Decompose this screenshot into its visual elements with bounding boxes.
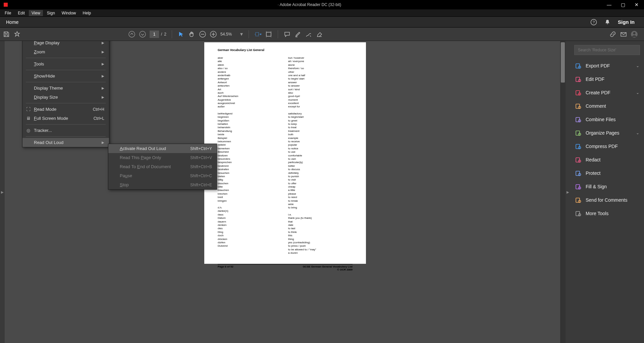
minimize-button[interactable]: — <box>607 2 611 7</box>
tool-label: Organize Pages <box>586 130 619 136</box>
menubar: FileEditViewSignWindowHelp <box>0 9 644 17</box>
account-icon[interactable] <box>631 31 638 38</box>
page-up-icon[interactable] <box>128 31 136 38</box>
view-menu-item[interactable]: ⛶Read ModeCtrl+H <box>22 105 109 114</box>
close-button[interactable]: ✕ <box>635 2 639 7</box>
tool-icon <box>575 62 582 69</box>
menu-edit[interactable]: Edit <box>15 10 28 16</box>
page-down-icon[interactable] <box>139 31 146 38</box>
tool-icon <box>575 89 582 96</box>
zoom-dropdown-icon[interactable]: ▾ <box>240 31 243 38</box>
comment-icon[interactable] <box>283 31 291 38</box>
window-title: · Adobe Acrobat Reader DC (32-bit) <box>12 2 607 7</box>
view-menu-item[interactable]: Zoom▶ <box>22 47 109 56</box>
view-menu-item[interactable]: Display Size▶ <box>22 93 109 102</box>
vocab-entry: begrüßen <box>218 119 282 122</box>
tool-icon <box>575 130 582 136</box>
tool-more-tools[interactable]: More Tools <box>570 207 644 220</box>
tool-protect[interactable]: Protect <box>570 166 644 180</box>
tool-export-pdf[interactable]: Export PDF⌄ <box>570 59 644 72</box>
tool-create-pdf[interactable]: Create PDF⌄ <box>570 86 644 99</box>
vocab-entry: to break <box>288 199 353 203</box>
view-menu-item[interactable]: Page Display▶ <box>22 41 109 47</box>
maximize-button[interactable]: ▢ <box>621 2 625 7</box>
vocab-entry: bitte <box>218 185 282 189</box>
vocab-entry: to need <box>288 196 353 199</box>
tool-comment[interactable]: Comment <box>570 99 644 113</box>
tool-label: Combine Files <box>586 117 615 122</box>
link-icon[interactable] <box>609 31 616 38</box>
vocab-entry: alle <box>218 60 282 63</box>
toolbar: / 2 ▾ ▾ <box>0 28 644 41</box>
vocab-left-column: aberallealleinalso / soandereanderthalba… <box>218 56 282 255</box>
vocab-entry: one and a half <box>288 74 353 77</box>
tool-send-for-comments[interactable]: Send for Comments <box>570 193 644 207</box>
tool-organize-pages[interactable]: Organize Pages⌄ <box>570 126 644 140</box>
zoom-in-icon[interactable] <box>210 31 217 38</box>
view-menu-item[interactable]: ◎Tracker... <box>22 126 109 135</box>
tool-combine-files[interactable]: Combine Files <box>570 113 644 126</box>
vocab-entry: to be allowed to / "may" <box>288 248 353 251</box>
tool-redact[interactable]: Redact <box>570 153 644 166</box>
vocab-entry: to notice <box>288 147 353 150</box>
vocab-entry: also / so <box>218 67 282 70</box>
menu-view[interactable]: View <box>29 10 43 16</box>
hand-icon[interactable] <box>188 31 196 38</box>
left-panel-handle[interactable]: ▶ <box>0 41 5 343</box>
tool-icon <box>575 76 582 83</box>
acrobat-logo <box>3 2 9 8</box>
vocab-entry: moment <box>288 98 353 102</box>
tool-label: Redact <box>586 157 600 162</box>
vocab-entry: answer <box>288 81 353 84</box>
menu-window[interactable]: Window <box>59 10 79 16</box>
view-menu-item[interactable]: Display Theme▶ <box>22 84 109 93</box>
read-out-loud-item: PauseShift+Ctrl+C <box>108 171 217 180</box>
fit-width-icon[interactable]: ▾ <box>254 31 262 38</box>
tool-fill-sign[interactable]: Fill & Sign <box>570 180 644 193</box>
view-menu-item[interactable]: Show/Hide▶ <box>22 71 109 81</box>
page-current-input[interactable] <box>150 31 159 38</box>
view-menu-item[interactable]: Tools▶ <box>22 59 109 68</box>
read-out-loud-item[interactable]: Activate Read Out LoudShift+Ctrl+Y <box>108 144 217 153</box>
right-panel-handle[interactable]: ▶ <box>566 41 570 343</box>
tool-compress-pdf[interactable]: Compress PDF <box>570 140 644 153</box>
erase-icon[interactable] <box>316 31 323 38</box>
vocab-entry: to receive <box>288 140 353 143</box>
vocab-entry <box>288 109 353 112</box>
draw-icon[interactable] <box>305 31 312 38</box>
search-input[interactable] <box>574 45 640 55</box>
fit-page-icon[interactable] <box>265 31 272 38</box>
vocab-entry: Behandlung <box>218 130 282 133</box>
vocab-entry: antworten <box>218 84 282 88</box>
vocab-entry: Dutzend <box>218 244 282 248</box>
vocab-entry: beide <box>218 133 282 136</box>
save-icon[interactable] <box>3 31 10 38</box>
sign-in-button[interactable]: Sign In <box>618 19 635 25</box>
read-out-loud-item: Read This Page OnlyShift+Ctrl+V <box>108 153 217 162</box>
bell-icon[interactable] <box>604 19 610 25</box>
zoom-input[interactable] <box>220 32 236 37</box>
tab-home[interactable]: Home <box>0 17 24 27</box>
vocab-entry: befriedigend <box>218 112 282 115</box>
tool-edit-pdf[interactable]: Edit PDF <box>570 72 644 86</box>
vocab-entry: to begin/ start <box>288 77 353 81</box>
right-tools-panel: Export PDF⌄Edit PDFCreate PDF⌄CommentCom… <box>570 41 644 343</box>
view-menu-item[interactable]: Read Out Loud▶ <box>22 138 109 147</box>
vertical-scrollbar[interactable] <box>560 41 566 343</box>
zoom-out-icon[interactable] <box>199 31 206 38</box>
chevron-down-icon: ⌄ <box>636 63 639 68</box>
vocab-entry: also <box>288 91 353 95</box>
scrollbar-thumb[interactable] <box>561 42 565 83</box>
help-icon[interactable]: ? <box>590 19 597 26</box>
vocab-entry: treatment <box>288 130 353 133</box>
menu-sign[interactable]: Sign <box>44 10 58 16</box>
view-menu-item[interactable]: 🖥Full Screen ModeCtrl+L <box>22 114 109 123</box>
vocab-entry: i.e. <box>288 213 353 216</box>
document-area[interactable]: German Vocabulary List General aberallea… <box>5 41 566 343</box>
highlight-icon[interactable] <box>294 31 302 38</box>
menu-help[interactable]: Help <box>80 10 94 16</box>
menu-file[interactable]: File <box>2 10 14 16</box>
mail-icon[interactable] <box>620 31 627 38</box>
star-icon[interactable] <box>13 31 21 38</box>
selection-arrow-icon[interactable] <box>177 31 185 38</box>
